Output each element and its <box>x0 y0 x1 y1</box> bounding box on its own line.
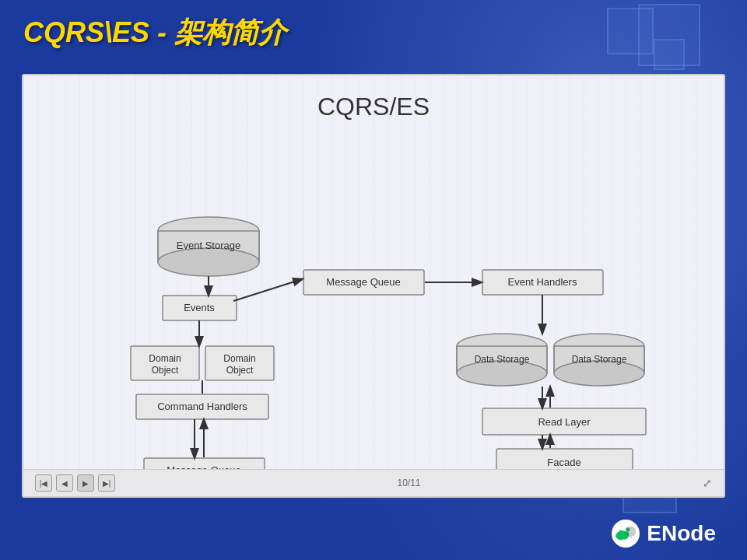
nav-bar: |◀ ◀ ▶ ▶| 10/11 ⤢ <box>23 469 724 496</box>
svg-text:Object: Object <box>152 365 179 376</box>
svg-text:Domain: Domain <box>149 353 181 364</box>
svg-line-53 <box>233 279 302 301</box>
svg-text:Facade: Facade <box>547 457 580 468</box>
page-info: 10/11 <box>397 478 420 488</box>
svg-text:Command Handlers: Command Handlers <box>157 401 247 412</box>
branding: ● ENode <box>611 519 716 548</box>
play-button[interactable]: ▶ <box>77 474 94 492</box>
next-button[interactable]: ▶| <box>98 474 115 492</box>
svg-text:Data Storage: Data Storage <box>572 354 627 365</box>
slide-title: CQRS/ES <box>23 75 724 121</box>
nav-controls: |◀ ◀ ▶ ▶| <box>35 474 115 492</box>
slide-container: CQRS/ES Event Storage Events Domain Obje… <box>22 74 725 498</box>
svg-text:Message Queue: Message Queue <box>326 276 400 288</box>
wechat-icon: ● <box>611 519 640 548</box>
page-title: CQRS\ES - 架构简介 <box>23 14 286 52</box>
svg-point-4 <box>158 248 259 276</box>
fullscreen-button[interactable]: ⤢ <box>703 477 712 489</box>
prev-button[interactable]: ◀ <box>56 474 73 492</box>
brand-name: ENode <box>647 521 716 546</box>
svg-text:Domain: Domain <box>223 353 255 364</box>
svg-text:Read Layer: Read Layer <box>538 416 591 428</box>
svg-text:Data Storage: Data Storage <box>475 354 530 365</box>
deco-tile-3 <box>638 4 700 66</box>
svg-text:Events: Events <box>184 302 215 313</box>
svg-text:Object: Object <box>226 365 254 376</box>
svg-text:Event Handlers: Event Handlers <box>508 276 577 288</box>
slide-inner: CQRS/ES Event Storage Events Domain Obje… <box>23 75 724 496</box>
first-button[interactable]: |◀ <box>35 474 52 492</box>
diagram-svg: Event Storage Events Domain Object Domai… <box>23 130 725 488</box>
svg-text:Event Storage: Event Storage <box>177 240 240 251</box>
